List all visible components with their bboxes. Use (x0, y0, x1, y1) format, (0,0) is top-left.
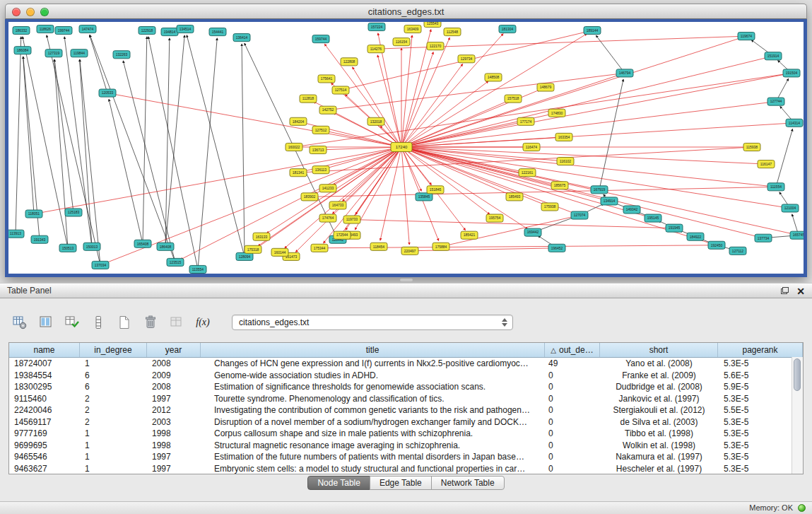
network-edge (148, 37, 198, 269)
network-edge (401, 101, 507, 147)
network-node-label: 113913 (10, 231, 21, 235)
memory-status-label: Memory: OK (749, 503, 793, 512)
table-row[interactable]: 946554611997Estimation of the future num… (9, 451, 803, 463)
network-node-label: 196452 (551, 246, 563, 250)
tab-edge-table[interactable]: Edge Table (370, 476, 432, 490)
cell-in_degree: 6 (80, 382, 147, 392)
cell-short: Wolkin et al. (1998) (600, 440, 718, 450)
cell-out_de: 0 (545, 464, 600, 474)
network-edge (245, 43, 338, 239)
network-node-label: 123515 (170, 260, 182, 264)
cell-out_de: 49 (545, 358, 600, 368)
network-node-label: 127744 (770, 99, 782, 103)
network-node-label: 119674 (741, 34, 752, 38)
network-node-label: 127112 (732, 249, 743, 253)
close-panel-icon[interactable]: ✕ (796, 285, 805, 298)
network-node-label: 128094 (239, 255, 251, 259)
table-options-icon[interactable] (11, 314, 28, 331)
network-node-label: 122170 (430, 44, 442, 48)
show-columns-icon[interactable] (37, 314, 54, 331)
column-header-title[interactable]: title (201, 343, 545, 357)
network-node-label: 185675 (554, 183, 566, 187)
float-panel-icon[interactable] (781, 287, 789, 294)
network-node-label: 111554 (770, 185, 782, 189)
network-edge (401, 37, 449, 147)
network-node-label: 114276 (370, 47, 382, 51)
network-edge (187, 35, 245, 257)
network-canvas[interactable]: 1863321186261997441474741229181948141345… (5, 19, 807, 277)
window-titlebar[interactable]: citations_edges.txt (5, 4, 807, 19)
sort-ascending-icon: △ (551, 346, 556, 354)
cell-out_de: 0 (545, 440, 600, 450)
network-node-label: 191945 (669, 226, 681, 230)
cell-pagerank: 5.3E-5 (718, 428, 803, 438)
tab-node-table[interactable]: Node Table (307, 476, 370, 490)
network-node-label: 149342 (626, 207, 638, 211)
network-node-label: 163409 (407, 27, 419, 31)
network-window: citations_edges.txt 18633211862619974414… (5, 4, 807, 277)
network-node-label: 186408 (160, 245, 172, 249)
column-header-out_de[interactable]: △out_de… (545, 343, 600, 357)
cell-name: 18300295 (9, 382, 80, 392)
network-node-label: 129734 (461, 57, 473, 61)
network-node-label: 175344 (314, 246, 326, 250)
cell-short: Hescheler et al. (1997) (600, 464, 718, 474)
network-node-label: 136414 (236, 35, 248, 40)
network-node-label: 151845 (430, 187, 442, 192)
cell-short: de Silva et al. (2003) (600, 417, 718, 427)
network-node-label: 122161 (522, 170, 534, 175)
dropdown-arrows-icon (502, 317, 508, 327)
column-header-short[interactable]: short (600, 343, 718, 357)
column-header-year[interactable]: year (147, 343, 201, 357)
table-row[interactable]: 1830029562008Estimation of significance … (9, 381, 803, 393)
table-row[interactable]: 911546021997Tourette syndrome. Phenomeno… (9, 393, 803, 405)
table-row[interactable]: 969969511998Structural magnetic resonanc… (9, 440, 803, 452)
import-table-icon[interactable] (64, 314, 81, 331)
table-source-dropdown[interactable]: citations_edges.txt (232, 315, 513, 330)
cell-short: Yano et al. (2008) (600, 358, 718, 368)
column-header-in_degree[interactable]: in_degree (80, 343, 147, 357)
network-node-label: 195754 (489, 216, 501, 220)
create-table-icon[interactable] (116, 314, 133, 331)
network-node-label: 185493 (509, 194, 521, 199)
column-header-name[interactable]: name (9, 343, 80, 357)
table-row[interactable]: 946362711997Embryonic stem cells: a mode… (9, 463, 803, 475)
table-vertical-scrollbar[interactable] (792, 357, 803, 474)
cell-title: Corpus callosum shape and size in male p… (201, 428, 545, 438)
network-edge (401, 103, 770, 147)
column-header-pagerank[interactable]: pagerank (718, 343, 803, 357)
cell-year: 2008 (147, 358, 201, 368)
network-node-label: 165408 (137, 242, 149, 246)
cell-pagerank: 5.3E-5 (718, 452, 803, 462)
table-row[interactable]: 1872400712008Changes of HCN gene express… (9, 358, 803, 370)
network-node-label: 185421 (464, 233, 476, 237)
cell-name: 9465546 (9, 452, 80, 462)
table-row[interactable]: 977716911998Corpus callosum shape and si… (9, 428, 803, 440)
network-node-label: 177174 (520, 119, 532, 124)
network-node-label: 115938 (746, 145, 758, 149)
table-row[interactable]: 1456911722003Disruption of a novel membe… (9, 416, 803, 428)
network-edge (441, 217, 573, 247)
network-node-label: 157518 (507, 96, 519, 100)
cell-pagerank: 5.5E-5 (718, 405, 803, 415)
panel-resize-handle[interactable] (400, 279, 413, 281)
tab-network-table[interactable]: Network Table (431, 476, 505, 490)
scrollbar-thumb[interactable] (794, 358, 801, 391)
row-tools-icon[interactable] (90, 314, 107, 331)
delete-table-icon[interactable] (142, 314, 159, 331)
cell-name: 9777169 (9, 428, 80, 438)
import-table-disabled-icon[interactable] (168, 314, 185, 331)
table-row[interactable]: 1938455462009Genome-wide association stu… (9, 370, 803, 382)
network-node-label: 125543 (427, 22, 439, 25)
network-node-label: 174830 (551, 111, 563, 115)
table-toolbar: f(x) citations_edges.txt (11, 313, 513, 332)
network-node-label: 186084 (17, 48, 29, 52)
network-edge (90, 35, 175, 262)
table-row[interactable]: 2242004622012Investigating the contribut… (9, 404, 803, 416)
network-edge (198, 38, 217, 269)
function-builder-icon[interactable]: f(x) (194, 314, 211, 331)
network-node-label: 132263 (116, 52, 128, 57)
network-node-label: 146794 (619, 71, 631, 75)
network-edge (165, 35, 184, 247)
cell-out_de: 0 (545, 417, 600, 427)
